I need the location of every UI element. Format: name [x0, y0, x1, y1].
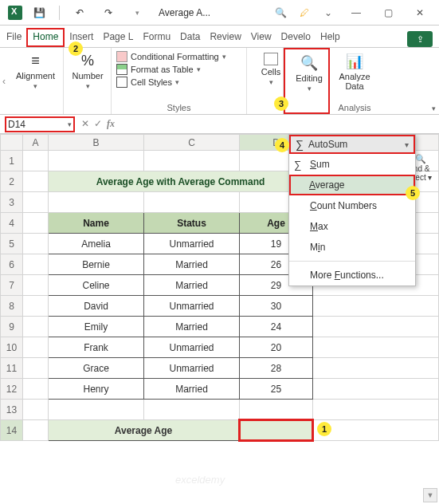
header-status[interactable]: Status: [144, 213, 240, 234]
tab-file[interactable]: File: [2, 28, 26, 47]
autosum-button[interactable]: ∑ AutoSum ▾: [289, 135, 415, 154]
menu-item-max[interactable]: Max: [289, 216, 415, 237]
row-header[interactable]: 6: [1, 254, 23, 275]
alignment-icon: ≡: [31, 53, 40, 69]
chevron-down-icon: ▾: [197, 65, 201, 73]
cell-name[interactable]: Celine: [49, 275, 144, 296]
menu-item-average[interactable]: Average: [289, 175, 415, 195]
cell-status[interactable]: Married: [144, 379, 240, 400]
cancel-icon[interactable]: ✕: [81, 118, 89, 130]
ribbon-collapse-icon[interactable]: ⌄: [321, 6, 335, 20]
close-button[interactable]: ✕: [404, 2, 436, 24]
menu-sum-rest: um: [316, 159, 330, 170]
col-header-A[interactable]: A: [23, 135, 49, 151]
tab-page-layout[interactable]: Page L: [98, 28, 138, 47]
col-header-B[interactable]: B: [49, 135, 144, 151]
menu-average-first: A: [309, 179, 316, 191]
row-header[interactable]: 11: [1, 358, 23, 379]
tab-view[interactable]: View: [246, 28, 276, 47]
group-spacer: [13, 103, 58, 112]
cell-age[interactable]: 20: [240, 337, 313, 358]
row-header[interactable]: 9: [1, 317, 23, 337]
ribbon-scroll-left[interactable]: ‹: [0, 48, 8, 114]
ribbon-options-icon[interactable]: ▾: [432, 104, 436, 112]
tab-help[interactable]: Help: [316, 28, 345, 47]
cell-status[interactable]: Unmarried: [144, 234, 240, 254]
name-box[interactable]: D14 ▾: [5, 116, 75, 132]
cell-name[interactable]: David: [49, 296, 144, 317]
ribbon: ‹ ≡ Alignment ▾ % Number ▾ Conditional F…: [0, 48, 439, 115]
menu-item-more-functions[interactable]: More Functions...: [289, 265, 415, 285]
tab-review[interactable]: Review: [205, 28, 245, 47]
header-name[interactable]: Name: [49, 213, 144, 234]
minimize-button[interactable]: —: [340, 2, 372, 24]
row-header[interactable]: 7: [1, 275, 23, 296]
col-header-C[interactable]: C: [144, 135, 240, 151]
tab-formulas[interactable]: Formu: [138, 28, 175, 47]
average-age-label[interactable]: Average Age: [49, 420, 240, 441]
cell-name[interactable]: Frank: [49, 337, 144, 358]
cell-status[interactable]: Unmarried: [144, 337, 240, 358]
restore-button[interactable]: ▢: [372, 2, 404, 24]
name-box-value: D14: [8, 119, 25, 130]
row-header[interactable]: 4: [1, 213, 23, 234]
editing-button[interactable]: 🔍 Editing ▾: [290, 53, 328, 94]
row-header[interactable]: 1: [1, 151, 23, 171]
qat-dropdown-icon[interactable]: ▾: [130, 6, 144, 20]
row-header[interactable]: 2: [1, 171, 23, 192]
row-header[interactable]: 3: [1, 192, 23, 213]
enter-icon[interactable]: ✓: [94, 118, 102, 130]
cell-name[interactable]: Emily: [49, 317, 144, 337]
row-header[interactable]: 8: [1, 296, 23, 317]
alignment-button[interactable]: ≡ Alignment ▾: [13, 51, 58, 92]
cell-status[interactable]: Married: [144, 317, 240, 337]
row-header[interactable]: 12: [1, 379, 23, 400]
cell-styles-button[interactable]: Cell Styles▾: [116, 77, 241, 88]
menu-item-count[interactable]: Count Numbers: [289, 195, 415, 216]
menu-item-min[interactable]: Min: [289, 237, 415, 258]
menu-item-sum[interactable]: ∑ Sum: [289, 154, 415, 175]
sigma-icon: ∑: [296, 138, 304, 151]
tab-home[interactable]: Home: [26, 28, 65, 47]
row-header[interactable]: 13: [1, 400, 23, 420]
analyze-label: Analyze Data: [338, 72, 371, 91]
pen-icon[interactable]: 🖊: [297, 6, 312, 20]
separator: [59, 6, 60, 20]
select-all-corner[interactable]: [1, 135, 23, 151]
save-icon[interactable]: 💾: [32, 6, 46, 20]
cell-status[interactable]: Married: [144, 254, 240, 275]
number-button[interactable]: % Number ▾: [69, 51, 107, 92]
cell-name[interactable]: Amelia: [49, 234, 144, 254]
row-header[interactable]: 10: [1, 337, 23, 358]
cell-status[interactable]: Unmarried: [144, 358, 240, 379]
tab-developer[interactable]: Develo: [276, 28, 316, 47]
scroll-down-icon[interactable]: ▼: [423, 488, 437, 502]
cell-age[interactable]: 24: [240, 317, 313, 337]
cell-name[interactable]: Henry: [49, 379, 144, 400]
share-button[interactable]: ⇪: [407, 31, 433, 47]
sheet-title-cell[interactable]: Average Age with Average Command: [49, 171, 313, 192]
ribbon-group-styles: Conditional Formatting▾ Format as Table▾…: [112, 48, 247, 114]
analyze-data-button[interactable]: 📊 Analyze Data: [335, 51, 374, 93]
cell-age[interactable]: 28: [240, 358, 313, 379]
cell-status[interactable]: Unmarried: [144, 296, 240, 317]
cell-name[interactable]: Bernie: [49, 254, 144, 275]
format-as-table-button[interactable]: Format as Table▾: [116, 64, 241, 75]
row-header[interactable]: 5: [1, 234, 23, 254]
row-header[interactable]: 14: [1, 420, 23, 441]
cell-age[interactable]: 25: [240, 379, 313, 400]
title-bar: 💾 ↶ ↷ ▾ Average A... 🔍 🖊 ⌄ — ▢ ✕: [0, 0, 439, 26]
undo-icon[interactable]: ↶: [73, 6, 87, 20]
redo-icon[interactable]: ↷: [101, 6, 116, 20]
search-icon[interactable]: 🔍: [273, 6, 288, 20]
menu-more-rest: unctions...: [340, 270, 384, 281]
group-spacer: [69, 103, 106, 112]
conditional-formatting-button[interactable]: Conditional Formatting▾: [116, 51, 241, 62]
average-age-cell[interactable]: [240, 420, 313, 441]
cell-age[interactable]: 30: [240, 296, 313, 317]
tab-data[interactable]: Data: [175, 28, 205, 47]
cell-name[interactable]: Grace: [49, 358, 144, 379]
autosum-label: AutoSum: [308, 139, 347, 150]
fx-label[interactable]: fx: [107, 118, 115, 130]
cell-status[interactable]: Married: [144, 275, 240, 296]
